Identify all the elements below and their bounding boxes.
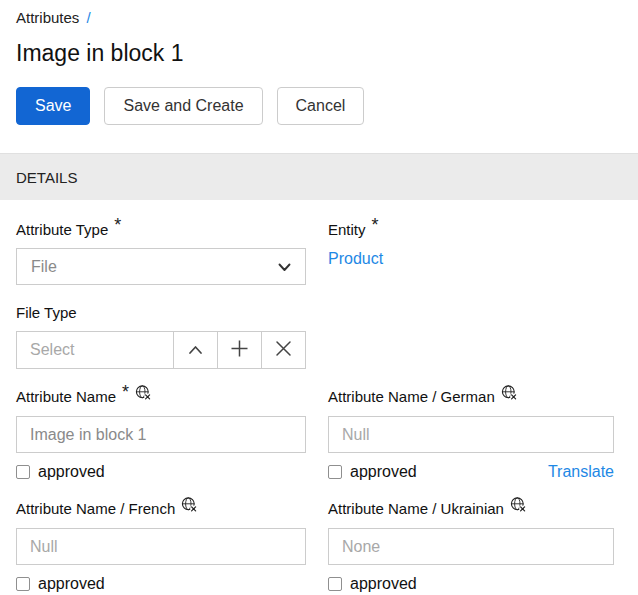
toolbar: Save Save and Create Cancel [0,87,638,125]
entity-label: Entity * [328,220,614,239]
approved-checkbox[interactable] [16,577,30,591]
attribute-type-select[interactable]: File [16,248,306,285]
globe-not-translated-icon [181,496,197,516]
approved-row: approved [328,575,614,593]
chevron-down-icon [278,258,291,276]
required-asterisk: * [372,219,379,231]
attribute-name-french-label-text: Attribute Name / French [16,499,175,518]
save-button[interactable]: Save [16,87,90,125]
details-panel-header[interactable]: DETAILS [0,153,638,200]
attribute-name-ukrainian-label-text: Attribute Name / Ukrainian [328,499,504,518]
breadcrumb: Attributes/ [0,0,638,26]
field-attribute-name: Attribute Name * approved [16,387,306,481]
approved-label: approved [38,463,105,481]
attribute-name-french-label: Attribute Name / French [16,499,306,519]
save-and-create-button[interactable]: Save and Create [104,87,262,125]
close-icon [275,340,292,361]
chevron-up-icon [188,341,203,359]
field-file-type: File Type [16,303,306,369]
field-attribute-name-ukrainian: Attribute Name / Ukrainian approved [328,499,614,593]
approved-checkbox[interactable] [328,465,342,479]
attribute-type-selected-value: File [31,258,57,276]
entity-label-text: Entity [328,220,366,239]
attribute-name-ukrainian-label: Attribute Name / Ukrainian [328,499,614,519]
field-entity: Entity * Product [328,220,614,285]
attribute-name-german-label-text: Attribute Name / German [328,387,495,406]
attribute-type-label-text: Attribute Type [16,220,108,239]
attribute-name-german-input[interactable] [328,416,614,453]
file-type-label-text: File Type [16,303,77,322]
clear-file-type-button[interactable] [261,332,305,368]
required-asterisk: * [122,386,129,398]
approved-row: approved [16,575,306,593]
field-attribute-name-german: Attribute Name / German approved Transla… [328,387,614,481]
approved-row: approved [16,463,306,481]
empty-cell [328,303,614,369]
entity-product-link[interactable]: Product [328,250,383,268]
plus-icon [230,339,249,362]
breadcrumb-attributes-link[interactable]: Attributes [16,9,79,26]
details-form: Attribute Type * File Entity * Product F… [0,200,638,595]
attribute-name-french-input[interactable] [16,528,306,565]
approved-label: approved [350,463,417,481]
globe-not-translated-icon [135,384,151,404]
approved-label: approved [38,575,105,593]
field-attribute-name-french: Attribute Name / French approved [16,499,306,593]
translate-link[interactable]: Translate [548,463,614,481]
page-title: Image in block 1 [0,40,638,67]
required-asterisk: * [114,219,121,231]
attribute-type-label: Attribute Type * [16,220,306,239]
approved-row: approved Translate [328,463,614,481]
attribute-name-input[interactable] [16,416,306,453]
approved-checkbox[interactable] [328,577,342,591]
file-type-widget [16,331,306,369]
globe-not-translated-icon [501,384,517,404]
add-file-type-button[interactable] [217,332,261,368]
collapse-button[interactable] [173,332,217,368]
breadcrumb-separator: / [86,9,90,26]
file-type-label: File Type [16,303,306,322]
file-type-select-input[interactable] [17,332,173,368]
attribute-name-ukrainian-input[interactable] [328,528,614,565]
globe-not-translated-icon [510,496,526,516]
attribute-name-label-text: Attribute Name [16,387,116,406]
approved-checkbox[interactable] [16,465,30,479]
cancel-button[interactable]: Cancel [277,87,365,125]
field-attribute-type: Attribute Type * File [16,220,306,285]
attribute-name-label: Attribute Name * [16,387,306,407]
attribute-name-german-label: Attribute Name / German [328,387,614,407]
approved-label: approved [350,575,417,593]
